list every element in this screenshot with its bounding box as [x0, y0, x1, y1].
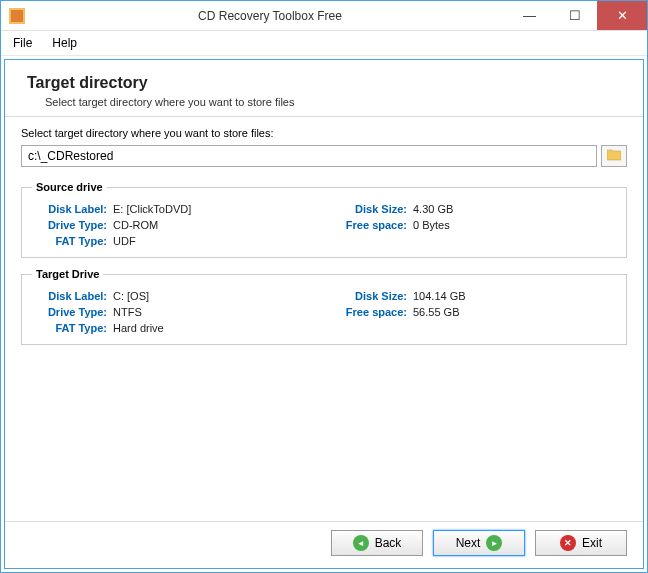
- target-drive-type-lbl: Drive Type:: [32, 306, 107, 318]
- target-disk-size-lbl: Disk Size:: [332, 290, 407, 302]
- app-icon: [9, 8, 25, 24]
- close-button[interactable]: ✕: [597, 1, 647, 30]
- page-subtitle: Select target directory where you want t…: [45, 96, 621, 108]
- source-drive-group: Source drive Disk Label: E: [ClickToDVD]…: [21, 181, 627, 258]
- svg-rect-1: [11, 10, 23, 22]
- path-input[interactable]: [21, 145, 597, 167]
- menu-file[interactable]: File: [5, 33, 40, 53]
- main-frame: Target directory Select target directory…: [4, 59, 644, 569]
- target-free-space-val: 56.55 GB: [413, 306, 459, 318]
- menu-help[interactable]: Help: [44, 33, 85, 53]
- folder-icon: [607, 149, 621, 164]
- target-drive-type-val: NTFS: [113, 306, 142, 318]
- target-free-space-lbl: Free space:: [332, 306, 407, 318]
- source-fat-type-lbl: FAT Type:: [32, 235, 107, 247]
- target-fat-type-lbl: FAT Type:: [32, 322, 107, 334]
- exit-button[interactable]: Exit: [535, 530, 627, 556]
- back-button[interactable]: Back: [331, 530, 423, 556]
- target-disk-size-val: 104.14 GB: [413, 290, 466, 302]
- source-drive-type-val: CD-ROM: [113, 219, 158, 231]
- target-disk-label-lbl: Disk Label:: [32, 290, 107, 302]
- target-fat-type-val: Hard drive: [113, 322, 164, 334]
- source-disk-size-lbl: Disk Size:: [332, 203, 407, 215]
- arrow-right-icon: [486, 535, 502, 551]
- target-legend: Target Drive: [32, 268, 103, 280]
- menubar: File Help: [1, 31, 647, 56]
- source-free-space-val: 0 Bytes: [413, 219, 450, 231]
- next-button-label: Next: [456, 536, 481, 550]
- maximize-button[interactable]: ☐: [552, 1, 597, 30]
- source-disk-size-val: 4.30 GB: [413, 203, 453, 215]
- source-free-space-lbl: Free space:: [332, 219, 407, 231]
- close-icon: [560, 535, 576, 551]
- source-fat-type-val: UDF: [113, 235, 136, 247]
- next-button[interactable]: Next: [433, 530, 525, 556]
- source-drive-type-lbl: Drive Type:: [32, 219, 107, 231]
- exit-button-label: Exit: [582, 536, 602, 550]
- target-drive-group: Target Drive Disk Label: C: [OS] Disk Si…: [21, 268, 627, 345]
- source-legend: Source drive: [32, 181, 107, 193]
- window-title: CD Recovery Toolbox Free: [33, 9, 507, 23]
- titlebar: CD Recovery Toolbox Free — ☐ ✕: [1, 1, 647, 31]
- footer-buttons: Back Next Exit: [5, 521, 643, 568]
- arrow-left-icon: [353, 535, 369, 551]
- source-disk-label-lbl: Disk Label:: [32, 203, 107, 215]
- back-button-label: Back: [375, 536, 402, 550]
- path-label: Select target directory where you want t…: [21, 127, 627, 139]
- content-area: Select target directory where you want t…: [5, 117, 643, 521]
- minimize-button[interactable]: —: [507, 1, 552, 30]
- page-title: Target directory: [27, 74, 621, 92]
- browse-button[interactable]: [601, 145, 627, 167]
- target-disk-label-val: C: [OS]: [113, 290, 149, 302]
- page-header: Target directory Select target directory…: [5, 60, 643, 117]
- source-disk-label-val: E: [ClickToDVD]: [113, 203, 191, 215]
